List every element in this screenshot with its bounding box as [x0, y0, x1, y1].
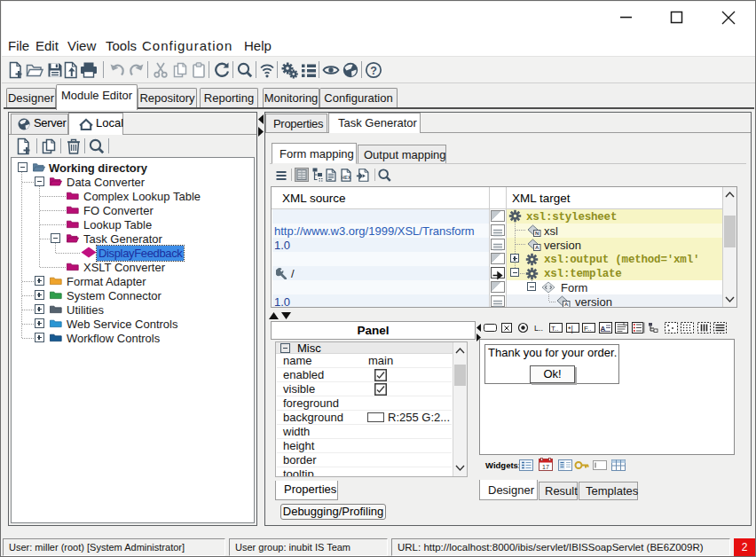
svg-text:?: ?	[370, 65, 377, 77]
svg-text:T..: T..	[551, 325, 558, 333]
svg-text:A: A	[564, 302, 569, 307]
svg-text:L..: L..	[534, 324, 543, 333]
svg-text:N: N	[535, 231, 539, 236]
svg-text:A: A	[535, 245, 539, 250]
svg-text:17: 17	[542, 464, 549, 470]
svg-text:F..: F..	[584, 325, 591, 333]
svg-text:HEX: HEX	[342, 175, 351, 180]
svg-text:*|: *|	[568, 325, 573, 333]
